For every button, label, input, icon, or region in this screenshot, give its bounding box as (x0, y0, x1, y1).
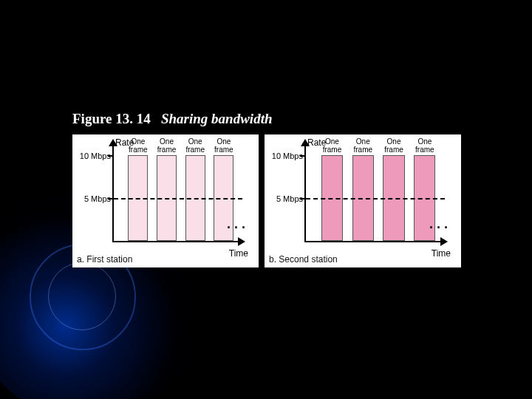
frame-bar-label: Oneframe (353, 137, 372, 154)
frame-bar-label: Oneframe (157, 137, 177, 154)
panel-first-station: Rate Time OneframeOneframeOneframeOnefra… (72, 134, 259, 267)
panel-subcaption: b. Second station (269, 254, 338, 265)
figure-caption: Figure 13. 14 Sharing bandwidth (72, 111, 272, 127)
frame-bar-label: Oneframe (323, 137, 342, 154)
figure-number: Figure 13. 14 (72, 111, 151, 126)
reference-line-5mbps (306, 198, 445, 200)
slide: Figure 13. 14 Sharing bandwidth Rate Tim… (0, 0, 532, 399)
figure-title: Sharing bandwidth (161, 111, 273, 126)
y-tick-label: 5 Mbps (84, 194, 111, 203)
frame-bar-label: Oneframe (214, 137, 233, 154)
ellipsis: . . . (429, 216, 448, 232)
bars-a: OneframeOneframeOneframeOneframe (114, 139, 242, 241)
panel-second-station: Rate Time OneframeOneframeOneframeOnefra… (265, 134, 461, 267)
y-tick-label: 5 Mbps (276, 194, 303, 203)
ellipsis: . . . (227, 216, 245, 232)
x-axis (112, 241, 239, 242)
frame-bar-label: Oneframe (185, 137, 205, 154)
frame-bar-label: Oneframe (129, 137, 148, 154)
y-tick-label: 10 Mbps (80, 151, 111, 160)
x-axis (304, 241, 442, 242)
plot-b: Rate Time OneframeOneframeOneframeOnefra… (273, 139, 445, 247)
panel-subcaption: a. First station (77, 254, 132, 265)
reference-line-5mbps (114, 198, 242, 200)
y-tick-label: 10 Mbps (272, 151, 303, 160)
x-axis-label: Time (229, 248, 248, 259)
frame-bar-label: Oneframe (384, 137, 403, 154)
bars-b: OneframeOneframeOneframeOneframe (306, 139, 445, 241)
x-axis-label: Time (432, 248, 451, 259)
plot-a: Rate Time OneframeOneframeOneframeOnefra… (81, 139, 242, 247)
frame-bar-label: Oneframe (415, 137, 434, 154)
